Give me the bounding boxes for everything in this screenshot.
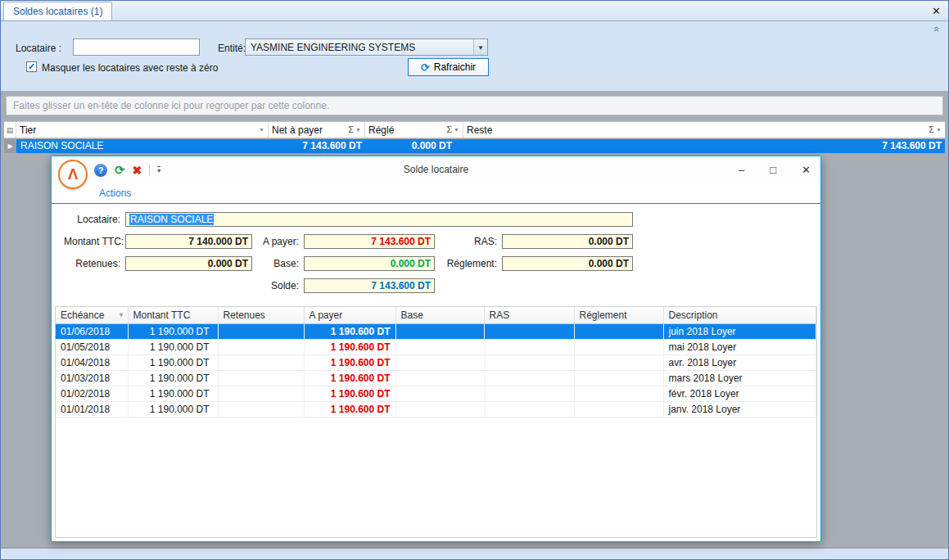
minimize-button[interactable]: – [739, 164, 744, 176]
table-row[interactable]: 01/02/20181 190.000 DT1 190.600 DTfévr. … [56, 386, 816, 401]
table-header-row: Echéance▼Montant TTCRetenuesA payerBaseR… [56, 307, 816, 323]
cell-echeance: 01/01/2018 [56, 401, 128, 417]
hide-zero-checkbox[interactable]: ✓ [26, 61, 37, 72]
rafraichir-label: Rafraichir [434, 61, 476, 73]
column-header-echeance[interactable]: Echéance▼ [56, 307, 128, 323]
cell-retenues [218, 370, 304, 386]
actions-menu[interactable]: Actions [99, 187, 131, 199]
sort-filter-icon[interactable]: ▼ [119, 312, 124, 318]
column-header-description[interactable]: Description [663, 307, 816, 323]
grid-selector-icon: ▤ [7, 126, 14, 134]
cell-a_payer: 1 190.600 DT [304, 401, 395, 417]
row-selector-cell: ▶ [4, 139, 16, 153]
column-header-reglement[interactable]: Réglement [574, 307, 663, 323]
montant-ttc-label: Montant TTC: [64, 236, 125, 247]
locataire-input[interactable] [73, 38, 200, 56]
ras-field[interactable]: 0.000 DT [502, 234, 633, 249]
cell-description: mai 2018 Loyer [663, 339, 816, 355]
cell-reglement [574, 370, 663, 386]
cell-reste: 7 143.600 DT [463, 139, 945, 153]
cell-montant_ttc: 1 190.000 DT [128, 339, 218, 355]
rafraichir-button[interactable]: ⟳ Rafraichir [408, 58, 489, 76]
filter-icon[interactable]: ▼ [454, 127, 459, 133]
tenant-row[interactable]: ▶ RAISON SOCIALE 7 143.600 DT 0.000 DT 7… [4, 139, 945, 153]
cell-reglement [574, 355, 663, 370]
table-row[interactable]: 01/05/20181 190.000 DT1 190.600 DTmai 20… [56, 339, 816, 355]
column-header-net-a-payer[interactable]: Net à payer Σ ▼ [269, 122, 365, 138]
cell-ras [484, 401, 574, 417]
collapse-up-icon[interactable]: « [931, 26, 943, 32]
base-field[interactable]: 0.000 DT [304, 256, 435, 271]
table-row[interactable]: 01/03/20181 190.000 DT1 190.600 DTmars 2… [56, 370, 816, 386]
row-selector-header: ▤ [4, 122, 16, 138]
cell-ras [484, 370, 574, 386]
column-header-montant_ttc[interactable]: Montant TTC [128, 307, 218, 323]
chevron-down-icon[interactable]: ▾ [473, 39, 487, 55]
cell-regle: 0.000 DT [365, 139, 463, 153]
cell-description: mars 2018 Loyer [663, 370, 816, 386]
grid-header-row: ▤ Tier ▼ Net à payer Σ ▼ Réglé Σ ▼ [4, 121, 945, 138]
ras-label: RAS: [435, 236, 502, 247]
column-header-reste[interactable]: Reste Σ ▼ [463, 122, 945, 138]
solde-field[interactable]: 7 143.600 DT [304, 278, 435, 293]
cell-description: févr. 2018 Loyer [663, 386, 816, 401]
entite-select[interactable]: YASMINE ENGINEERING SYSTEMS ▾ [245, 38, 488, 56]
row-arrow-icon: ▶ [7, 143, 12, 150]
retenues-field[interactable]: 0.000 DT [125, 256, 252, 271]
toolbar-options-icon[interactable]: ▾ [157, 166, 160, 174]
filter-icon[interactable]: ▼ [936, 127, 942, 133]
table-row[interactable]: 01/01/20181 190.000 DT1 190.600 DTjanv. … [56, 401, 816, 417]
cell-base [395, 355, 484, 370]
column-header-ras[interactable]: RAS [484, 307, 574, 323]
column-header-a_payer[interactable]: A payer [304, 307, 395, 323]
sum-icon[interactable]: Σ [929, 125, 934, 134]
app-window: Soldes locataires (1) ✕ Locataire : Enti… [0, 0, 949, 560]
cell-description: juin 2018 Loyer [663, 323, 816, 339]
tab-soldes-locataires[interactable]: Soldes locataires (1) [3, 2, 112, 20]
dialog-titlebar[interactable]: Λ ? ⟳ ✖ ▾ Solde locataire – □ ✕ [52, 156, 820, 183]
toolbar-separator [149, 165, 150, 176]
cell-base [395, 401, 484, 417]
cell-a_payer: 1 190.600 DT [304, 339, 395, 355]
close-button[interactable]: ✕ [802, 164, 811, 176]
locataire-field[interactable]: RAISON SOCIALE [125, 212, 633, 227]
cell-echeance: 01/03/2018 [56, 370, 128, 386]
column-header-label: Echéance [61, 309, 104, 321]
table-row[interactable]: 01/04/20181 190.000 DT1 190.600 DTavr. 2… [56, 355, 816, 370]
maximize-button[interactable]: □ [770, 164, 776, 176]
delete-icon[interactable]: ✖ [133, 165, 142, 176]
sum-icon[interactable]: Σ [348, 125, 354, 134]
cell-ras [484, 386, 574, 401]
column-header-label: Réglé [368, 124, 394, 136]
sum-icon[interactable]: Σ [446, 125, 452, 134]
column-header-retenues[interactable]: Retenues [218, 307, 304, 323]
cell-reglement [574, 401, 663, 417]
group-by-panel[interactable]: Faites glisser un en-tête de colonne ici… [6, 96, 943, 115]
locataire-value: RAISON SOCIALE [129, 214, 214, 225]
column-header-label: Montant TTC [133, 309, 191, 321]
dialog-menubar: Actions [52, 183, 820, 204]
cell-description: janv. 2018 Loyer [663, 401, 816, 417]
column-header-label: Base [401, 309, 423, 321]
filter-icon[interactable]: ▼ [355, 127, 361, 133]
a-payer-field[interactable]: 7 143.600 DT [304, 234, 435, 249]
column-header-label: Réglement [580, 309, 627, 321]
filter-icon[interactable]: ▼ [259, 127, 264, 133]
column-header-tier[interactable]: Tier ▼ [16, 122, 269, 138]
cell-montant_ttc: 1 190.000 DT [128, 401, 218, 417]
window-buttons: – □ ✕ [739, 156, 811, 183]
close-icon[interactable]: ✕ [932, 5, 941, 17]
solde-locataire-dialog: Λ ? ⟳ ✖ ▾ Solde locataire – □ ✕ Actions … [51, 156, 821, 542]
cell-ras [484, 323, 574, 339]
montant-ttc-field[interactable]: 7 140.000 DT [125, 234, 252, 249]
a-payer-label: A payer: [252, 236, 304, 247]
quick-access-toolbar: ? ⟳ ✖ ▾ [94, 156, 160, 183]
column-header-base[interactable]: Base [395, 307, 484, 323]
cell-montant_ttc: 1 190.000 DT [128, 386, 218, 401]
refresh-icon[interactable]: ⟳ [115, 164, 125, 176]
schedule-table: Echéance▼Montant TTCRetenuesA payerBaseR… [55, 306, 817, 538]
table-row[interactable]: 01/06/20181 190.000 DT1 190.600 DTjuin 2… [56, 323, 816, 339]
reglement-field[interactable]: 0.000 DT [502, 256, 633, 271]
column-header-regle[interactable]: Réglé Σ ▼ [365, 122, 463, 138]
help-icon[interactable]: ? [94, 164, 107, 177]
